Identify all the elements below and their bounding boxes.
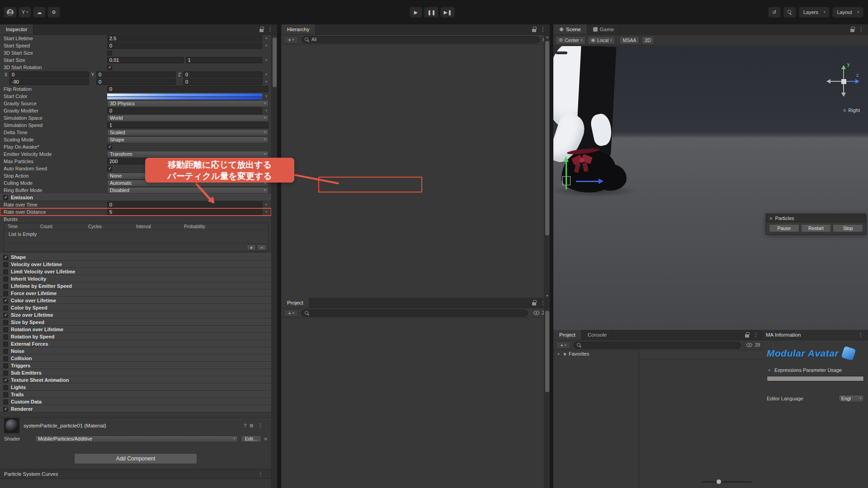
value-field[interactable]: 0 — [107, 108, 262, 114]
account-button[interactable] — [4, 7, 17, 18]
undo-history-button[interactable]: ↺ — [768, 7, 781, 18]
create-object-button[interactable]: +▾ — [284, 36, 298, 43]
scene-viewport[interactable]: y z ≡ Right — [553, 46, 868, 330]
module-enabled-checkbox[interactable] — [3, 298, 8, 303]
value-field[interactable]: 1 — [107, 122, 269, 128]
curve-selector-icon[interactable]: ▾ — [264, 210, 269, 214]
y-axis-gizmo[interactable] — [566, 161, 567, 189]
handle-orientation-dropdown[interactable]: ◉Local▾ — [588, 36, 615, 44]
step-button[interactable]: ▶❚ — [440, 7, 455, 18]
preset-icon[interactable]: ⚙ — [249, 423, 254, 429]
module-enabled-checkbox[interactable] — [3, 269, 8, 274]
favorites-header[interactable]: ▼ ★ Favorites — [553, 350, 639, 357]
value-field[interactable]: 2.5 — [107, 35, 262, 42]
tab-game[interactable]: Game — [587, 24, 620, 34]
thumbnail-size-slider[interactable] — [702, 481, 752, 483]
curve-selector-icon[interactable]: ▾ — [264, 37, 269, 40]
module-header[interactable]: Color over Lifetime — [0, 297, 271, 304]
module-enabled-checkbox[interactable] — [3, 363, 8, 368]
dropdown[interactable]: Scaled▾ — [107, 129, 269, 136]
particles-restart-button[interactable]: Restart — [801, 224, 831, 232]
panel-menu-icon[interactable]: ⋮ — [539, 300, 547, 306]
module-header[interactable]: Rotation by Speed — [0, 333, 271, 340]
hierarchy-scrollbar[interactable]: ▲ ▼ — [544, 35, 550, 298]
curve-selector-icon[interactable]: ▾ — [264, 80, 269, 84]
property-checkbox[interactable] — [107, 166, 112, 171]
module-header[interactable]: Velocity over Lifetime — [0, 261, 271, 268]
project-scrollbar[interactable] — [544, 308, 550, 488]
account-dropdown[interactable]: Y▾ — [19, 7, 31, 18]
vector-field[interactable]: -90 — [9, 79, 89, 85]
value-field[interactable]: 0 — [107, 202, 262, 208]
orientation-gizmo[interactable]: y z — [826, 64, 861, 99]
particles-pause-button[interactable]: Pause — [769, 224, 799, 232]
curve-selector-icon[interactable]: ▾ — [264, 44, 269, 47]
vector-field[interactable]: 0 — [96, 71, 176, 78]
module-enabled-checkbox[interactable] — [3, 305, 8, 310]
tab-project[interactable]: Project — [281, 298, 310, 308]
module-header[interactable]: Custom Data — [0, 398, 271, 405]
dropdown[interactable]: Disabled▾ — [107, 187, 269, 194]
lock-icon[interactable] — [532, 302, 536, 305]
hidden-count-icon[interactable] — [746, 343, 752, 347]
value-field[interactable]: 1 — [186, 57, 263, 63]
particles-stop-button[interactable]: Stop — [833, 224, 863, 232]
module-header[interactable]: Shape — [0, 253, 271, 261]
panel-menu-icon[interactable]: ⋮ — [857, 332, 865, 338]
module-header[interactable]: Limit Velocity over Lifetime — [0, 268, 271, 275]
module-header[interactable]: External Forces — [0, 340, 271, 347]
curve-selector-icon[interactable]: ▾ — [264, 109, 269, 113]
view-orientation-label[interactable]: ≡ Right — [843, 108, 860, 113]
settings-button[interactable]: ⚙ — [47, 7, 60, 18]
z-axis-gizmo[interactable] — [576, 181, 599, 182]
particle-curves-bar[interactable]: Particle System Curves ⋮ — [0, 469, 271, 479]
material-menu-icon[interactable]: ⋮ — [256, 422, 264, 429]
module-header[interactable]: Lifetime by Emitter Speed — [0, 282, 271, 290]
emission-enabled-checkbox[interactable] — [3, 195, 8, 200]
panel-menu-icon[interactable]: ⋮ — [266, 26, 274, 33]
value-field[interactable]: 5 — [107, 209, 262, 215]
panel-menu-icon[interactable]: ⋮ — [857, 26, 865, 33]
module-header[interactable]: Inherit Velocity — [0, 275, 271, 282]
add-burst-button[interactable]: + — [247, 244, 256, 250]
hierarchy-search-input[interactable]: All — [301, 36, 540, 43]
module-enabled-checkbox[interactable] — [3, 378, 8, 383]
inspector-scrollbar[interactable] — [271, 35, 277, 488]
module-header[interactable]: Triggers — [0, 362, 271, 369]
cloud-button[interactable]: ☁ — [33, 7, 46, 18]
module-enabled-checkbox[interactable] — [3, 327, 8, 332]
project-search-input[interactable] — [301, 310, 528, 317]
module-header[interactable]: Rotation over Lifetime — [0, 326, 271, 333]
start-color-gradient[interactable] — [107, 94, 262, 99]
module-enabled-checkbox[interactable] — [3, 349, 8, 354]
module-header[interactable]: Color by Speed — [0, 304, 271, 311]
module-header[interactable]: Size over Lifetime — [0, 311, 271, 319]
tab-console[interactable]: Console — [582, 330, 613, 340]
shader-menu-icon[interactable]: ≡ — [264, 436, 267, 441]
module-enabled-checkbox[interactable] — [3, 255, 8, 260]
curve-selector-icon[interactable]: ▾ — [264, 73, 269, 76]
value-field[interactable]: 0 — [107, 42, 262, 49]
editor-language-dropdown[interactable]: Engl ▾ — [839, 395, 864, 402]
value-field[interactable]: 0 — [107, 86, 269, 92]
vector-field[interactable]: 0 — [183, 71, 263, 78]
project-search-input[interactable] — [573, 342, 741, 349]
vector-field[interactable]: 0 — [183, 79, 263, 85]
module-enabled-checkbox[interactable] — [3, 392, 8, 397]
module-enabled-checkbox[interactable] — [3, 342, 8, 347]
curve-selector-icon[interactable]: ▾ — [264, 203, 269, 206]
module-header[interactable]: Force over Lifetime — [0, 290, 271, 297]
vector-field[interactable]: 0 — [9, 71, 89, 78]
lock-icon[interactable] — [532, 29, 536, 32]
emission-module-header[interactable]: Emission — [0, 194, 271, 201]
value-field[interactable]: 0.01 — [107, 57, 184, 63]
lock-icon[interactable] — [745, 334, 749, 338]
module-header[interactable]: Noise — [0, 347, 271, 355]
help-icon[interactable]: ? — [244, 423, 246, 428]
vector-field[interactable]: 0 — [96, 79, 176, 85]
expand-arrow[interactable]: ▼ — [556, 352, 561, 356]
msaa-dropdown[interactable]: MSAA — [619, 36, 639, 44]
module-enabled-checkbox[interactable] — [3, 407, 8, 412]
curve-selector-icon[interactable]: ▾ — [264, 94, 269, 98]
tab-hierarchy[interactable]: Hierarchy — [281, 24, 316, 34]
